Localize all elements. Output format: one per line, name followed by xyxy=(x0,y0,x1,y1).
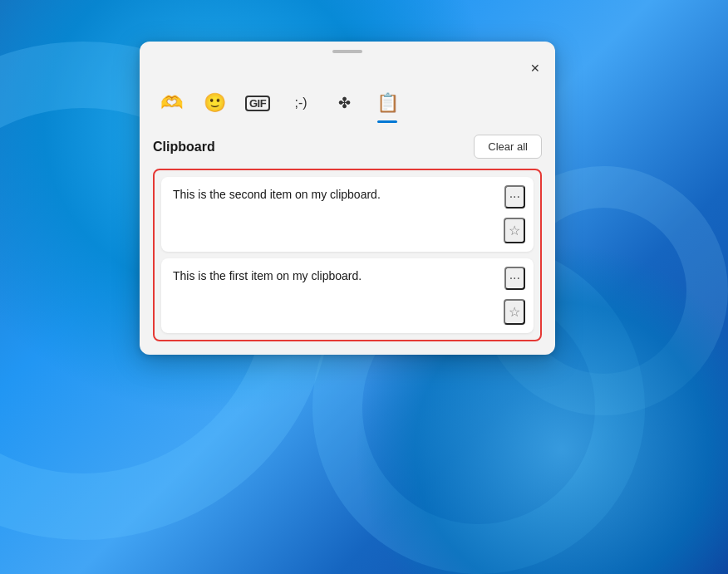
pin-icon: ☆ xyxy=(509,305,520,319)
tab-emoji[interactable]: 🙂 xyxy=(196,85,233,121)
clipboard-icon: 📋 xyxy=(376,92,399,114)
hearts-icon: 🫶 xyxy=(160,92,183,114)
clipboard-items-container: This is the second item on my clipboard.… xyxy=(153,169,542,341)
pin-icon: ☆ xyxy=(509,223,520,238)
clipboard-item[interactable]: This is the first item on my clipboard. … xyxy=(161,258,534,333)
kaomoji-icon: ;-) xyxy=(294,96,307,110)
tab-gif[interactable]: GIF xyxy=(239,85,276,121)
panel-content: Clipboard Clear all This is the second i… xyxy=(140,121,555,355)
tab-kaomoji[interactable]: ;-) xyxy=(283,85,319,121)
title-bar: ✕ xyxy=(140,55,555,81)
emoji-picker-panel: ✕ 🫶 🙂 GIF ;-) ✤ 📋 Clipboard Clear all xyxy=(140,42,555,355)
symbols-icon: ✤ xyxy=(338,94,351,112)
clipboard-item-pin-button[interactable]: ☆ xyxy=(504,299,525,325)
tab-kaomoji-hearts[interactable]: 🫶 xyxy=(153,85,189,121)
drag-handle-bar xyxy=(332,50,362,53)
tab-bar: 🫶 🙂 GIF ;-) ✤ 📋 xyxy=(140,81,555,121)
section-title: Clipboard xyxy=(153,140,215,155)
emoji-icon: 🙂 xyxy=(204,92,226,114)
clipboard-item-pin-button[interactable]: ☆ xyxy=(504,218,525,243)
section-header: Clipboard Clear all xyxy=(153,135,542,159)
clear-all-button[interactable]: Clear all xyxy=(474,135,542,159)
gif-icon: GIF xyxy=(245,96,270,111)
clipboard-item-more-button[interactable]: ··· xyxy=(504,267,525,290)
clipboard-item[interactable]: This is the second item on my clipboard.… xyxy=(161,177,534,252)
tab-clipboard[interactable]: 📋 xyxy=(369,85,406,121)
tab-symbols[interactable]: ✤ xyxy=(326,85,362,121)
clipboard-item-text: This is the second item on my clipboard. xyxy=(173,187,522,204)
clipboard-item-more-button[interactable]: ··· xyxy=(504,185,525,209)
clipboard-item-text: This is the first item on my clipboard. xyxy=(173,268,522,285)
close-button[interactable]: ✕ xyxy=(522,55,548,81)
